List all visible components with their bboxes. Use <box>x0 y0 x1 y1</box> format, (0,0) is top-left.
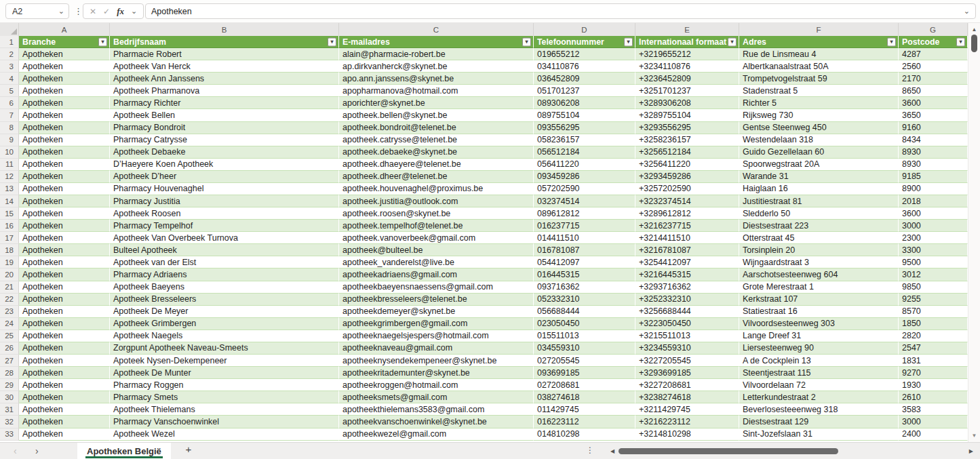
cell[interactable]: Apotheken <box>19 159 110 171</box>
cell[interactable]: Liersesteenweg 90 <box>739 342 899 355</box>
cell[interactable]: Aarschotsesteenweg 604 <box>739 268 899 281</box>
cell[interactable]: +3289755104 <box>635 109 739 121</box>
horizontal-scrollbar-thumb[interactable] <box>619 448 838 454</box>
cell[interactable]: apotheekbresseleers@telenet.be <box>339 294 534 306</box>
scroll-left-icon[interactable]: ◀ <box>610 448 614 454</box>
row-header-15[interactable]: 15 <box>0 207 19 220</box>
cell[interactable]: +3293716362 <box>635 281 739 294</box>
cell[interactable]: Apotheek Wezel <box>110 428 339 441</box>
cell[interactable]: apotheek.dhaeyere@telenet.be <box>339 159 534 171</box>
column-header-B[interactable]: B <box>110 23 339 36</box>
cell[interactable]: 3012 <box>899 268 968 281</box>
row-header-22[interactable]: 22 <box>0 294 19 306</box>
cell[interactable]: Apotheek Thielemans <box>110 403 339 416</box>
scroll-down-icon[interactable]: ▼ <box>968 433 980 439</box>
row-header-11[interactable]: 11 <box>0 159 19 171</box>
column-header-G[interactable]: G <box>899 23 968 36</box>
cell[interactable]: Apotheek Grimbergen <box>110 318 339 330</box>
cell[interactable]: +3216781087 <box>635 244 739 256</box>
cell[interactable]: 2400 <box>899 428 968 441</box>
cell[interactable]: Apotheken <box>19 134 110 146</box>
cell[interactable]: +3214810298 <box>635 428 739 441</box>
cell[interactable]: Apotheken <box>19 207 110 220</box>
row-header-29[interactable]: 29 <box>0 379 19 391</box>
cell[interactable]: 1850 <box>899 318 968 330</box>
formula-bar-expand-icon[interactable]: ⌄ <box>964 7 970 15</box>
row-header-27[interactable]: 27 <box>0 355 19 367</box>
horizontal-scrollbar[interactable]: ◀ ▶ <box>608 445 975 456</box>
sheet-tab-active[interactable]: Apotheken België <box>77 443 171 459</box>
cell[interactable]: Pharmacy Tempelhof <box>110 220 339 232</box>
cell[interactable]: Spoorwegstraat 20A <box>739 159 899 171</box>
cell[interactable]: Apotheken <box>19 268 110 281</box>
cell[interactable]: 034110876 <box>534 60 635 73</box>
cell[interactable]: apotheek.roosen@skynet.be <box>339 207 534 220</box>
cell[interactable]: Warande 31 <box>739 171 899 183</box>
cell[interactable]: 3600 <box>899 207 968 220</box>
cell[interactable]: Wijngaardstraat 3 <box>739 256 899 268</box>
cell[interactable]: apotheekbaeyensnaessens@gmail.com <box>339 281 534 294</box>
row-header-17[interactable]: 17 <box>0 232 19 244</box>
cell[interactable]: +3232374514 <box>635 195 739 207</box>
filter-button[interactable]: ▾ <box>328 37 336 46</box>
cell[interactable]: 052332310 <box>534 294 635 306</box>
cell[interactable]: +3216445315 <box>635 268 739 281</box>
cell[interactable]: 3650 <box>899 109 968 121</box>
row-header-10[interactable]: 10 <box>0 146 19 159</box>
cell[interactable]: +3293699185 <box>635 367 739 379</box>
cancel-icon[interactable]: ✕ <box>90 7 96 16</box>
row-header-24[interactable]: 24 <box>0 318 19 330</box>
cell[interactable]: apotheekadriaens@gmail.com <box>339 268 534 281</box>
cell[interactable]: 056512184 <box>534 146 635 159</box>
filter-button[interactable]: ▾ <box>98 37 107 46</box>
cell[interactable]: Torsinplein 20 <box>739 244 899 256</box>
cell[interactable]: Apotheken <box>19 403 110 416</box>
cell[interactable]: Pharmacy Adriaens <box>110 268 339 281</box>
cell[interactable]: Albertkanaalstraat 50A <box>739 60 899 73</box>
cell[interactable]: Apotheken <box>19 195 110 207</box>
cell[interactable]: Apotheken <box>19 330 110 342</box>
cell[interactable]: 9160 <box>899 122 968 134</box>
cell[interactable]: Gentse Steenweg 450 <box>739 122 899 134</box>
cell[interactable]: 014411510 <box>534 232 635 244</box>
cell[interactable]: Apotheken <box>19 109 110 121</box>
cell[interactable]: +3236452809 <box>635 73 739 85</box>
cell[interactable]: 9185 <box>899 171 968 183</box>
cell[interactable]: ap.dirkvanherck@skynet.be <box>339 60 534 73</box>
cell[interactable]: Apotheken <box>19 318 110 330</box>
cell[interactable]: Apotheken <box>19 342 110 355</box>
cell[interactable]: Trompetvogelstraat 59 <box>739 73 899 85</box>
cell[interactable]: Apotheken <box>19 171 110 183</box>
cell[interactable]: 1831 <box>899 355 968 367</box>
cell[interactable]: Apotheken <box>19 281 110 294</box>
cell[interactable]: Apotheken <box>19 379 110 391</box>
row-header-3[interactable]: 3 <box>0 60 19 73</box>
cell[interactable]: Apotheken <box>19 256 110 268</box>
cell[interactable]: apotheek.bondroit@telenet.be <box>339 122 534 134</box>
cell[interactable]: +3227205545 <box>635 355 739 367</box>
cell[interactable]: +3234559310 <box>635 342 739 355</box>
cell[interactable]: Apotheken <box>19 232 110 244</box>
cell[interactable]: apotheek.tempelhof@telenet.be <box>339 220 534 232</box>
cell[interactable]: 8900 <box>899 183 968 195</box>
row-header-18[interactable]: 18 <box>0 244 19 256</box>
row-header-20[interactable]: 20 <box>0 268 19 281</box>
cell[interactable]: apotheek.catrysse@telenet.be <box>339 134 534 146</box>
cell[interactable]: +3223050450 <box>635 318 739 330</box>
cell[interactable]: Kerkstraat 107 <box>739 294 899 306</box>
cell[interactable]: 051701237 <box>534 85 635 97</box>
cell[interactable]: 2820 <box>899 330 968 342</box>
cell[interactable]: +3227208681 <box>635 379 739 391</box>
cell[interactable]: Apotheek D’heer <box>110 171 339 183</box>
cell[interactable]: apo.ann.janssens@skynet.be <box>339 73 534 85</box>
cell[interactable]: 4287 <box>899 48 968 60</box>
cell[interactable]: 9850 <box>899 281 968 294</box>
cell[interactable]: 027205545 <box>534 355 635 367</box>
cell[interactable]: 8434 <box>899 134 968 146</box>
cell[interactable]: Apotheek Van Overbeek Turnova <box>110 232 339 244</box>
cell[interactable]: apotheek.houvenaghel@proximus.be <box>339 183 534 195</box>
cell[interactable]: Pharmacy Smets <box>110 391 339 403</box>
cell[interactable]: Pharmacy Richter <box>110 97 339 109</box>
cell[interactable]: 016781087 <box>534 244 635 256</box>
chevron-down-icon[interactable]: ⌄ <box>58 7 64 15</box>
